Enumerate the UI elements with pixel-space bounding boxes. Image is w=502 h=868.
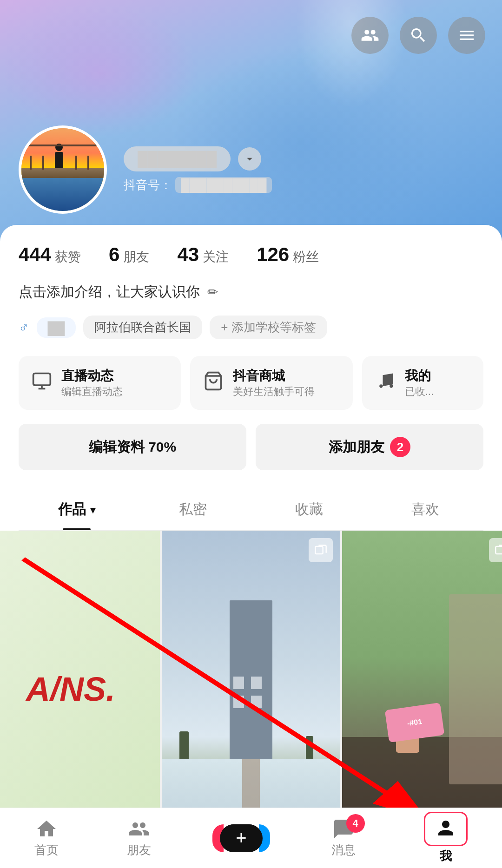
likes-count: 444 <box>19 243 51 266</box>
search-icon <box>409 26 428 45</box>
me-label: 我 <box>440 848 452 864</box>
action-buttons: 编辑资料 70% 添加朋友 2 <box>19 424 483 470</box>
music-subtitle: 已收... <box>405 385 434 399</box>
video-grid: A/NS. <box>0 531 502 848</box>
likes-label: 获赞 <box>55 248 81 266</box>
tab-likes[interactable]: 喜欢 <box>367 489 483 530</box>
profile-name-block: ████████ 抖音号： ██████████ <box>124 146 272 193</box>
edit-profile-button[interactable]: 编辑资料 70% <box>19 424 246 470</box>
live-subtitle: 编辑直播动态 <box>61 385 123 399</box>
name-row: ████████ <box>124 146 272 171</box>
stat-likes[interactable]: 444 获赞 <box>19 243 81 266</box>
chevron-down-icon <box>243 152 256 165</box>
live-icon <box>32 371 52 395</box>
name-dropdown-button[interactable] <box>238 147 261 171</box>
menu-icon-button[interactable] <box>448 17 485 54</box>
nav-me[interactable]: 我 <box>405 812 486 864</box>
gender-icon: ♂ <box>19 320 29 335</box>
nav-friends[interactable]: 朋友 <box>108 818 170 858</box>
nav-me-highlight-box <box>424 812 468 846</box>
stats-row: 444 获赞 6 朋友 43 关注 126 粉丝 <box>19 243 483 266</box>
gender-tag: ♂ <box>19 320 29 335</box>
followers-label: 粉丝 <box>293 248 319 266</box>
feature-card-live[interactable]: 直播动态 编辑直播动态 <box>19 356 181 410</box>
following-count: 43 <box>177 243 199 266</box>
douyin-id-row: 抖音号： ██████████ <box>124 177 272 193</box>
profile-info-row: ████████ 抖音号： ██████████ <box>19 125 272 214</box>
video-thumb-1[interactable]: A/NS. <box>0 531 160 848</box>
shop-card-text: 抖音商城 美好生活触手可得 <box>233 367 315 399</box>
video-thumb-2[interactable] <box>162 531 340 848</box>
video-multi-icon-3 <box>489 538 502 562</box>
stat-followers[interactable]: 126 粉丝 <box>257 243 319 266</box>
add-tag-button[interactable]: + 添加学校等标签 <box>210 316 327 339</box>
live-title: 直播动态 <box>61 367 123 385</box>
nav-messages[interactable]: 4 消息 <box>313 818 374 858</box>
nav-home[interactable]: 首页 <box>16 818 77 858</box>
multi-icon-2 <box>495 544 502 557</box>
tab-works-dropdown: ▾ <box>90 504 95 516</box>
shop-title: 抖音商城 <box>233 367 315 385</box>
feature-card-shop[interactable]: 抖音商城 美好生活触手可得 <box>190 356 352 410</box>
edit-bio-icon[interactable]: ✏ <box>207 284 218 300</box>
header-icons <box>351 17 485 54</box>
bio-row[interactable]: 点击添加介绍，让大家认识你 ✏ <box>19 283 483 302</box>
message-badge: 4 <box>346 814 365 833</box>
shop-subtitle: 美好生活触手可得 <box>233 385 315 399</box>
nav-create[interactable]: + <box>201 824 281 852</box>
home-icon <box>35 818 58 840</box>
location-tag: 阿拉伯联合酋长国 <box>83 316 202 339</box>
tab-private[interactable]: 私密 <box>135 489 251 530</box>
multi-icon <box>314 544 327 557</box>
video-grid-container: A/NS. <box>0 531 502 848</box>
video-thumb-3[interactable]: -#01 <box>342 531 502 848</box>
age-tag: ██ <box>37 317 76 338</box>
friends-label: 朋友 <box>123 248 149 266</box>
svg-rect-3 <box>495 546 502 554</box>
stat-friends[interactable]: 6 朋友 <box>109 243 149 266</box>
tags-row: ♂ ██ 阿拉伯联合酋长国 + 添加学校等标签 <box>19 316 483 339</box>
friends-icon-button[interactable] <box>351 17 389 54</box>
tab-favorites[interactable]: 收藏 <box>251 489 367 530</box>
plus-icon: + <box>236 828 246 848</box>
bottom-nav: 首页 朋友 + 4 消息 <box>0 808 502 868</box>
content-area: 444 获赞 6 朋友 43 关注 126 粉丝 点击添加介绍，让大家认识你 ✏ <box>0 225 502 531</box>
profile-header: ████████ 抖音号： ██████████ <box>0 0 502 242</box>
add-friend-button[interactable]: 添加朋友 2 <box>256 424 483 470</box>
bio-text: 点击添加介绍，让大家认识你 <box>19 283 200 302</box>
feature-cards: 直播动态 编辑直播动态 抖音商城 美好生活触手可得 我的 <box>19 356 483 410</box>
svg-rect-0 <box>33 373 51 385</box>
followers-count: 126 <box>257 243 289 266</box>
stat-following[interactable]: 43 关注 <box>177 243 229 266</box>
music-title: 我的 <box>405 367 434 385</box>
shop-icon <box>203 371 224 395</box>
music-card-text: 我的 已收... <box>405 367 434 399</box>
home-label: 首页 <box>34 842 59 858</box>
following-label: 关注 <box>203 248 229 266</box>
me-icon <box>435 817 457 839</box>
friends-nav-label: 朋友 <box>127 842 151 858</box>
username-display: ████████ <box>124 146 231 171</box>
content-tabs: 作品 ▾ 私密 收藏 喜欢 <box>19 489 483 531</box>
friends-count: 6 <box>109 243 119 266</box>
menu-icon <box>457 26 476 45</box>
create-plus-button[interactable]: + <box>220 824 263 852</box>
live-card-text: 直播动态 编辑直播动态 <box>61 367 123 399</box>
tab-works[interactable]: 作品 ▾ <box>19 489 135 530</box>
video-text-1: A/NS. <box>26 670 115 708</box>
add-friend-badge: 2 <box>390 437 410 457</box>
nav-friends-icon <box>128 818 150 840</box>
music-icon <box>375 371 396 395</box>
svg-rect-2 <box>315 546 323 554</box>
douyin-id-value: ██████████ <box>175 177 272 193</box>
avatar[interactable] <box>19 125 107 214</box>
search-icon-button[interactable] <box>400 17 437 54</box>
feature-card-music[interactable]: 我的 已收... <box>362 356 483 410</box>
friends-icon <box>361 26 379 45</box>
video-multi-icon-2 <box>309 538 333 562</box>
messages-label: 消息 <box>331 842 356 858</box>
